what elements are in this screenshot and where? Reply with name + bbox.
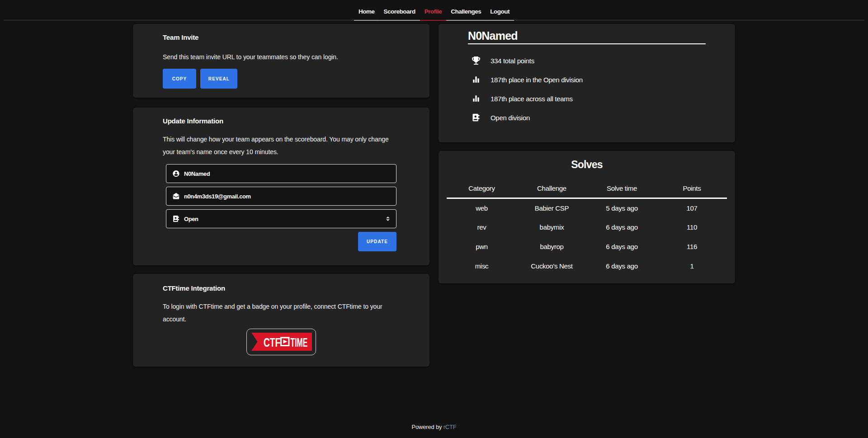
svg-text:TIME: TIME	[291, 335, 308, 349]
svg-text:CTF: CTF	[264, 335, 280, 349]
